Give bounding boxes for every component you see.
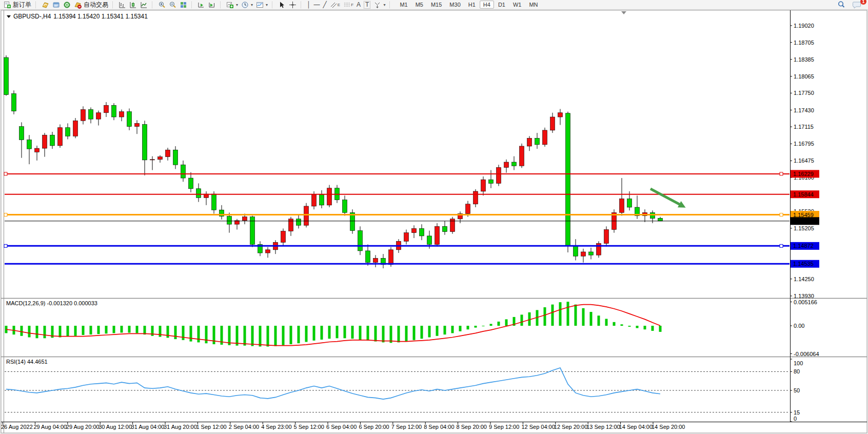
macd-histogram-bar (267, 326, 269, 347)
macd-histogram-bar (567, 302, 569, 326)
equidistant-channel-icon (330, 1, 338, 9)
collapse-indicator-icon[interactable] (7, 15, 11, 18)
macd-histogram-bar (521, 314, 523, 326)
auto-scroll-button[interactable] (196, 1, 207, 9)
candle-body (574, 246, 578, 257)
horizontal-line-tool-button[interactable]: — (312, 1, 322, 9)
macd-histogram-bar (228, 326, 231, 345)
templates-button[interactable]: ▾ (254, 1, 269, 9)
timeframe-button-mn[interactable]: MN (525, 1, 541, 9)
rsi-axis-tick-label: 15 (794, 409, 800, 416)
periods-button[interactable]: ▾ (240, 1, 254, 9)
rsi-indicator-label: RSI(14) 44.4651 (6, 359, 48, 365)
time-axis-label: 31 Aug 20:00 (164, 424, 197, 430)
navigator-button[interactable] (62, 1, 72, 9)
macd-histogram-bar (551, 305, 554, 326)
new-order-button[interactable]: 新订单 (2, 1, 33, 9)
market-watch-button[interactable] (51, 1, 62, 9)
navigator-icon (63, 1, 71, 9)
macd-histogram-bar (413, 326, 416, 340)
candle-body (96, 113, 101, 119)
line-handle[interactable] (780, 213, 783, 216)
line-handle[interactable] (4, 213, 7, 216)
macd-histogram-bar (198, 326, 200, 342)
notifications-button[interactable]: 1 (851, 1, 863, 9)
time-axis-label: 30 Aug 12:00 (98, 424, 132, 430)
toolbar-grip (191, 2, 194, 8)
macd-histogram-bar (121, 326, 123, 333)
macd-histogram-bar (367, 326, 369, 341)
candle-body (489, 180, 494, 183)
chart-shift-button[interactable] (207, 1, 218, 9)
macd-histogram-bar (351, 326, 354, 339)
macd-histogram-bar (182, 326, 185, 340)
time-axis-label: 1 Sep 12:00 (196, 424, 226, 430)
auto-trading-button[interactable]: 自动交易 (72, 1, 110, 9)
macd-indicator-label: MACD(12,26,9) -0.001320 0.000033 (6, 300, 97, 306)
macd-histogram-bar (544, 307, 546, 326)
fibonacci-tool-button[interactable]: F (342, 1, 355, 9)
arrows-tool-button[interactable]: ▾ (372, 1, 387, 9)
zoom-in-icon (158, 1, 166, 9)
level-price-label-text: 1.14872 (793, 243, 814, 249)
candlestick-mode-button[interactable] (128, 1, 139, 9)
dropdown-caret-icon: ▾ (266, 3, 268, 7)
price-axis-tick-label: 1.16475 (794, 157, 814, 164)
trendline-tool-button[interactable]: ╱ (322, 1, 328, 9)
macd-histogram-bar (305, 326, 308, 342)
candle-body (589, 252, 594, 255)
auto-trading-label: 自动交易 (84, 1, 108, 9)
timeframe-button-m5[interactable]: M5 (412, 1, 427, 9)
line-handle[interactable] (4, 172, 7, 175)
line-chart-mode-button[interactable] (139, 1, 149, 9)
timeframe-button-d1[interactable]: D1 (495, 1, 509, 9)
clock-icon (241, 1, 249, 9)
macd-histogram-bar (128, 326, 131, 333)
macd-histogram-bar (21, 326, 23, 336)
zoom-in-button[interactable] (156, 1, 167, 9)
candle-body (150, 160, 155, 160)
price-axis-tick-label: 1.14250 (794, 276, 814, 282)
candle-body (550, 117, 555, 130)
search-button[interactable] (836, 1, 847, 9)
tile-windows-button[interactable] (178, 1, 189, 9)
bar-chart-icon (119, 1, 126, 9)
channel-tool-button[interactable]: E (328, 1, 342, 9)
time-axis-label: 14 Sep 04:00 (619, 424, 653, 430)
charts-button[interactable] (40, 1, 51, 9)
candle-body (143, 125, 147, 160)
candle-body (389, 250, 393, 265)
macd-histogram-bar (390, 326, 392, 343)
toolbar-grip (272, 2, 275, 8)
line-handle[interactable] (4, 244, 7, 247)
macd-histogram-bar (421, 326, 423, 339)
crosshair-tool-button[interactable] (287, 1, 298, 9)
line-handle[interactable] (780, 172, 783, 175)
macd-histogram-bar (113, 326, 115, 333)
macd-histogram-bar (313, 326, 315, 341)
timeframe-button-m1[interactable]: M1 (396, 1, 411, 9)
timeframe-button-m30[interactable]: M30 (446, 1, 464, 9)
macd-histogram-bar (236, 326, 239, 346)
candle-body (4, 57, 9, 94)
symbol-period-label: GBPUSD-,H4 (13, 13, 51, 20)
line-handle[interactable] (780, 244, 783, 247)
zoom-out-button[interactable] (167, 1, 178, 9)
timeframe-button-h4[interactable]: H4 (480, 1, 494, 9)
macd-histogram-bar (613, 322, 616, 326)
macd-histogram-bar (659, 326, 662, 332)
text-tool-icon: A (357, 2, 361, 8)
label-tool-button[interactable]: T (362, 1, 372, 9)
market-watch-icon (52, 1, 60, 9)
bar-chart-mode-button[interactable] (117, 1, 128, 9)
timeframe-group: M1M5M15M30H1H4D1W1MN (396, 1, 541, 9)
timeframe-button-w1[interactable]: W1 (509, 1, 525, 9)
indicators-button[interactable]: ▾ (225, 1, 240, 9)
cursor-tool-button[interactable] (277, 1, 287, 9)
timeframe-button-m15[interactable]: M15 (427, 1, 445, 9)
timeframe-button-h1[interactable]: H1 (465, 1, 479, 9)
text-tool-button[interactable]: A (355, 1, 362, 9)
vertical-line-tool-button[interactable]: │ (305, 1, 312, 9)
candle-body (12, 93, 16, 111)
candle-body (173, 150, 178, 165)
